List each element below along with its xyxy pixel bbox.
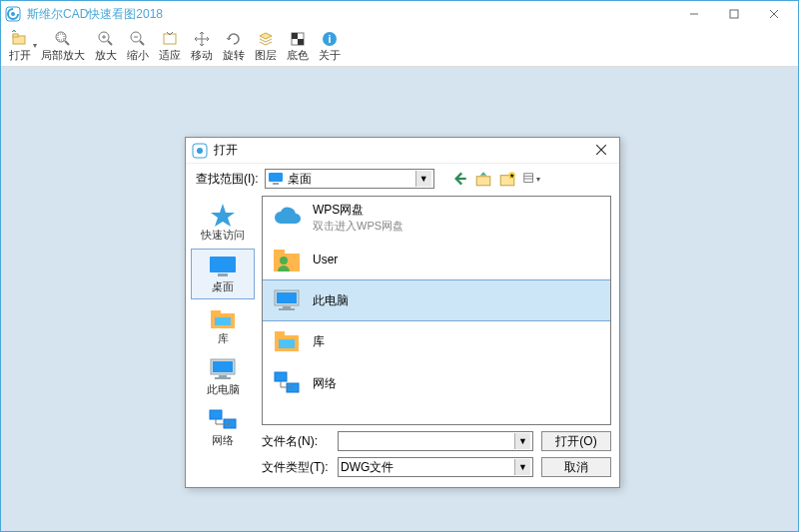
toolbar-about[interactable]: i 关于 [315, 29, 345, 64]
toolbar: 打开 ▾ 局部放大 放大 缩小 适应 移动 旋转 图层 [1, 27, 798, 67]
svg-rect-29 [273, 183, 279, 185]
svg-rect-45 [219, 375, 227, 377]
up-button[interactable] [474, 170, 492, 188]
maximize-button[interactable] [714, 1, 754, 27]
svg-text:★: ★ [509, 173, 514, 179]
svg-rect-47 [210, 410, 222, 419]
toolbar-open[interactable]: 打开 ▾ [5, 29, 35, 64]
close-button[interactable] [754, 1, 794, 27]
place-network[interactable]: 网络 [191, 403, 255, 452]
network-icon [207, 407, 239, 433]
svg-rect-10 [58, 34, 64, 40]
file-item-user[interactable]: User [263, 239, 610, 280]
back-button[interactable] [450, 170, 468, 188]
chevron-down-icon: ▼ [514, 459, 530, 475]
toolbar-layers[interactable]: 图层 [251, 29, 281, 64]
titlebar: 斯维尔CAD快速看图2018 [1, 1, 798, 27]
user-folder-icon [271, 244, 303, 275]
svg-point-1 [11, 12, 15, 16]
zoom-region-icon [54, 30, 72, 48]
dialog-title: 打开 [214, 142, 589, 159]
filetype-combo[interactable]: DWG文件 ▼ [338, 457, 533, 477]
file-item-libraries[interactable]: 库 [263, 320, 610, 362]
client-area: 打开 查找范围(I): 桌面 ▼ ★ ▾ [1, 67, 798, 531]
dialog-bottom: 文件名(N): ▼ 打开(O) 文件类型(T): DWG文件 ▼ [262, 425, 611, 483]
svg-line-9 [65, 41, 69, 45]
svg-rect-61 [279, 339, 295, 348]
svg-line-12 [108, 41, 112, 45]
toolbar-zoom-out[interactable]: 缩小 [123, 29, 153, 64]
open-button[interactable]: 打开(O) [541, 431, 611, 451]
view-menu-button[interactable]: ▾ [522, 170, 540, 188]
svg-rect-46 [215, 377, 231, 379]
toolbar-bgcolor[interactable]: 底色 [283, 29, 313, 64]
window-title: 斯维尔CAD快速看图2018 [27, 6, 674, 23]
svg-rect-20 [292, 33, 298, 39]
dropdown-arrow-icon: ▾ [33, 41, 37, 50]
file-item-network[interactable]: 网络 [263, 362, 610, 404]
svg-rect-44 [213, 361, 233, 372]
file-item-this-pc[interactable]: 此电脑 [262, 279, 611, 321]
this-pc-icon [207, 356, 239, 382]
libraries-folder-icon [271, 325, 303, 357]
about-icon: i [321, 30, 339, 48]
dialog-titlebar: 打开 [186, 138, 619, 164]
toolbar-pan[interactable]: 移动 [187, 29, 217, 64]
dialog-nav-icons: ★ ▾ [450, 170, 540, 188]
svg-rect-60 [275, 331, 285, 337]
pc-icon [271, 284, 303, 316]
dialog-close-button[interactable] [589, 143, 613, 159]
open-dialog: 打开 查找范围(I): 桌面 ▼ ★ ▾ [185, 137, 620, 488]
main-window: 斯维尔CAD快速看图2018 打开 ▾ 局部放大 放大 缩小 适应 [0, 0, 799, 532]
cloud-icon [271, 202, 303, 234]
desktop-icon [207, 254, 239, 279]
svg-line-16 [140, 41, 144, 45]
chevron-down-icon: ▼ [514, 433, 530, 449]
desktop-icon [268, 172, 284, 186]
svg-rect-58 [279, 308, 295, 310]
filename-label: 文件名(N): [262, 433, 330, 450]
toolbar-zoom-region[interactable]: 局部放大 [37, 29, 89, 64]
place-quick-access[interactable]: 快速访问 [191, 198, 255, 247]
pan-icon [193, 30, 211, 48]
lookin-combo[interactable]: 桌面 ▼ [265, 169, 434, 189]
svg-rect-62 [275, 372, 287, 381]
file-item-wps[interactable]: WPS网盘 双击进入WPS网盘 [263, 197, 610, 239]
svg-rect-3 [730, 10, 738, 18]
svg-rect-53 [274, 250, 285, 256]
place-desktop[interactable]: 桌面 [191, 249, 255, 299]
places-bar: 快速访问 桌面 库 此电脑 [186, 194, 260, 487]
bgcolor-icon [289, 30, 307, 48]
rotate-icon [225, 30, 243, 48]
svg-rect-28 [269, 173, 283, 182]
svg-point-54 [280, 257, 288, 265]
svg-text:i: i [328, 33, 331, 45]
network-folder-icon [271, 367, 303, 399]
svg-rect-38 [210, 257, 236, 272]
new-folder-button[interactable]: ★ [498, 170, 516, 188]
fit-icon [161, 30, 179, 48]
toolbar-rotate[interactable]: 旋转 [219, 29, 249, 64]
filetype-label: 文件类型(T): [262, 459, 330, 476]
cancel-button[interactable]: 取消 [541, 457, 611, 477]
svg-rect-31 [476, 177, 490, 186]
minimize-button[interactable] [674, 1, 714, 27]
toolbar-fit[interactable]: 适应 [155, 29, 185, 64]
dialog-body: 快速访问 桌面 库 此电脑 [186, 194, 619, 487]
svg-rect-7 [13, 34, 18, 37]
svg-point-25 [197, 148, 203, 154]
svg-rect-42 [215, 317, 231, 325]
toolbar-zoom-in[interactable]: 放大 [91, 29, 121, 64]
chevron-down-icon: ▼ [415, 171, 431, 187]
filename-combo[interactable]: ▼ [338, 431, 533, 451]
lookin-row: 查找范围(I): 桌面 ▼ ★ ▾ [186, 164, 619, 194]
layers-icon [257, 30, 275, 48]
libraries-icon [207, 305, 239, 331]
svg-rect-39 [218, 273, 228, 276]
zoom-in-icon [97, 30, 115, 48]
zoom-out-icon [129, 30, 147, 48]
window-controls [674, 1, 794, 27]
file-list[interactable]: WPS网盘 双击进入WPS网盘 User 此电脑 [262, 196, 611, 425]
place-this-pc[interactable]: 此电脑 [191, 352, 255, 401]
place-libraries[interactable]: 库 [191, 301, 255, 350]
